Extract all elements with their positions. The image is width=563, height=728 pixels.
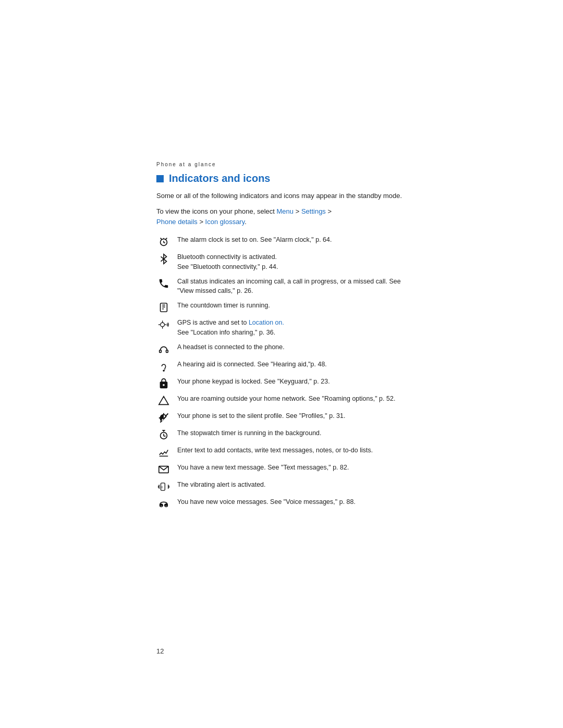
list-item: Your phone keypad is locked. See "Keygua… bbox=[156, 377, 407, 389]
list-item: The alarm clock is set to on. See "Alarm… bbox=[156, 235, 407, 248]
section-label: Phone at a glance bbox=[156, 162, 407, 167]
list-item: Call status indicates an incoming call, … bbox=[156, 277, 407, 297]
nav-sep1: > bbox=[293, 207, 301, 215]
roaming-desc: You are roaming outside your home networ… bbox=[177, 394, 407, 404]
call-icon bbox=[156, 277, 171, 289]
voice-message-desc: You have new voice messages. See "Voice … bbox=[177, 497, 407, 507]
nav-paragraph: To view the icons on your phone, select … bbox=[156, 206, 407, 228]
headset-desc: A headset is connected to the phone. bbox=[177, 342, 407, 352]
nav-end: . bbox=[244, 218, 247, 226]
voice-message-icon bbox=[156, 497, 171, 510]
contacts-icon bbox=[156, 446, 171, 458]
bluetooth-icon bbox=[156, 252, 171, 265]
nav-sep2: > bbox=[326, 207, 332, 215]
call-desc: Call status indicates an incoming call, … bbox=[177, 277, 407, 297]
nav-icon-glossary-link[interactable]: Icon glossary bbox=[205, 218, 245, 226]
gps-icon bbox=[156, 318, 171, 330]
nav-sep3: > bbox=[198, 218, 205, 226]
text-message-icon bbox=[156, 463, 171, 475]
svg-rect-16 bbox=[166, 350, 168, 352]
list-item: Bluetooth connectivity is activated.See … bbox=[156, 252, 407, 272]
list-item: Enter text to add contacts, write text m… bbox=[156, 446, 407, 458]
svg-rect-6 bbox=[161, 303, 167, 312]
svg-line-3 bbox=[166, 238, 167, 240]
vibrate-icon: 0 bbox=[156, 480, 171, 492]
list-item: A headset is connected to the phone. bbox=[156, 342, 407, 355]
page: Phone at a glance Indicators and icons S… bbox=[0, 0, 563, 728]
nav-menu-link[interactable]: Menu bbox=[277, 207, 294, 215]
intro-paragraph: Some or all of the following indicators … bbox=[156, 191, 407, 201]
alarm-desc: The alarm clock is set to on. See "Alarm… bbox=[177, 235, 407, 245]
nav-settings-link[interactable]: Settings bbox=[301, 207, 326, 215]
list-item: A hearing aid is connected. See "Hearing… bbox=[156, 360, 407, 372]
text-message-desc: You have a new text message. See "Text m… bbox=[177, 463, 407, 473]
nav-phone-details-link[interactable]: Phone details bbox=[156, 218, 198, 226]
svg-text:0: 0 bbox=[161, 486, 163, 489]
gps-desc: GPS is active and set to Location on.See… bbox=[177, 318, 407, 338]
page-number: 12 bbox=[156, 647, 164, 655]
roaming-icon bbox=[156, 394, 171, 406]
headset-icon bbox=[156, 342, 171, 355]
stopwatch-icon bbox=[156, 428, 171, 441]
silent-icon bbox=[156, 411, 171, 424]
list-item: Your phone is set to the silent profile.… bbox=[156, 411, 407, 424]
silent-desc: Your phone is set to the silent profile.… bbox=[177, 411, 407, 421]
stopwatch-desc: The stopwatch timer is running in the ba… bbox=[177, 428, 407, 438]
page-title: Indicators and icons bbox=[169, 172, 270, 184]
title-box-icon bbox=[156, 175, 164, 182]
svg-point-10 bbox=[161, 323, 165, 327]
hearing-aid-desc: A hearing aid is connected. See "Hearing… bbox=[177, 360, 407, 369]
keyguard-icon bbox=[156, 377, 171, 389]
svg-rect-15 bbox=[160, 350, 162, 352]
list-item: The countdown timer is running. bbox=[156, 301, 407, 313]
svg-marker-19 bbox=[159, 396, 168, 404]
keyguard-desc: Your phone keypad is locked. See "Keygua… bbox=[177, 377, 407, 387]
list-item: You have a new text message. See "Text m… bbox=[156, 463, 407, 475]
list-item: You have new voice messages. See "Voice … bbox=[156, 497, 407, 510]
vibrate-desc: The vibrating alert is activated. bbox=[177, 480, 407, 490]
nav-line1: To view the icons on your phone, select bbox=[156, 207, 277, 215]
countdown-desc: The countdown timer is running. bbox=[177, 301, 407, 311]
list-item: You are roaming outside your home networ… bbox=[156, 394, 407, 406]
content-area: Phone at a glance Indicators and icons S… bbox=[156, 162, 407, 514]
svg-line-2 bbox=[161, 238, 162, 240]
bluetooth-desc: Bluetooth connectivity is activated.See … bbox=[177, 252, 407, 272]
contacts-desc: Enter text to add contacts, write text m… bbox=[177, 446, 407, 455]
gps-location-link[interactable]: Location on. bbox=[249, 319, 284, 326]
section-title: Indicators and icons bbox=[156, 172, 407, 184]
hearing-aid-icon bbox=[156, 360, 171, 372]
svg-point-18 bbox=[163, 370, 164, 371]
icon-list: The alarm clock is set to on. See "Alarm… bbox=[156, 235, 407, 510]
countdown-icon bbox=[156, 301, 171, 313]
alarm-icon bbox=[156, 235, 171, 248]
list-item: The stopwatch timer is running in the ba… bbox=[156, 428, 407, 441]
list-item: GPS is active and set to Location on.See… bbox=[156, 318, 407, 338]
list-item: 0 The vibrating alert is activated. bbox=[156, 480, 407, 492]
